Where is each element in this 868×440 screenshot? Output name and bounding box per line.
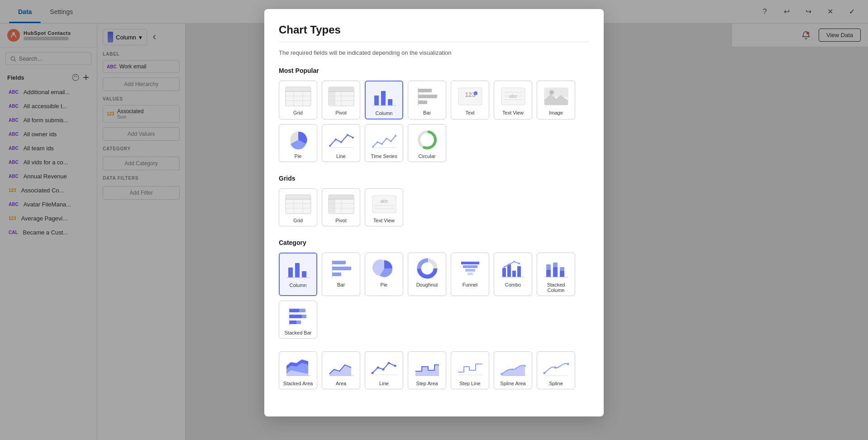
chart-item-pivot[interactable]: Pivot xyxy=(322,81,360,120)
svg-point-54 xyxy=(386,138,387,139)
svg-point-49 xyxy=(352,137,354,139)
svg-point-126 xyxy=(511,368,513,370)
svg-point-55 xyxy=(390,140,392,142)
chart-label: Pie xyxy=(381,282,388,287)
svg-point-129 xyxy=(543,372,545,374)
svg-rect-112 xyxy=(289,320,296,324)
svg-point-51 xyxy=(372,146,374,148)
chart-types-modal: Chart Types The required fields will be … xyxy=(264,9,604,416)
chart-item-funnel[interactable]: Funnel xyxy=(451,253,489,296)
chart-item-image[interactable]: Image xyxy=(537,81,575,120)
svg-rect-108 xyxy=(289,309,299,312)
chart-item-line[interactable]: Line xyxy=(322,124,360,162)
svg-rect-101 xyxy=(546,270,551,277)
svg-text:•: • xyxy=(475,92,476,95)
chart-label: Spline Area xyxy=(500,381,525,386)
svg-rect-109 xyxy=(299,309,305,312)
svg-point-97 xyxy=(508,263,510,265)
chart-label: Stacked Column xyxy=(539,282,573,293)
chart-item-grid[interactable]: Grid xyxy=(279,81,317,120)
chart-label: Spline xyxy=(549,381,563,386)
chart-item-splinearea[interactable]: Spline Area xyxy=(494,351,532,389)
svg-rect-18 xyxy=(329,91,335,105)
chart-label: Bar xyxy=(337,282,345,287)
chart-label: Line xyxy=(379,381,389,386)
svg-rect-86 xyxy=(332,273,341,276)
chart-label: Text xyxy=(465,110,474,115)
svg-rect-42 xyxy=(544,88,568,97)
chart-label: Doughnut xyxy=(416,282,438,287)
svg-rect-105 xyxy=(560,271,564,277)
svg-rect-69 xyxy=(341,195,353,199)
chart-label: Text View xyxy=(502,110,524,115)
chart-item-line2[interactable]: Line xyxy=(365,351,403,389)
chart-item-grid2[interactable]: Grid xyxy=(279,188,317,226)
svg-rect-85 xyxy=(332,267,351,270)
chart-item-doughnut[interactable]: Doughnut xyxy=(408,253,446,296)
svg-rect-66 xyxy=(286,195,311,199)
chart-label: Combo xyxy=(505,282,521,287)
svg-rect-30 xyxy=(418,100,427,104)
category-grid: Column Bar xyxy=(279,253,589,339)
svg-rect-25 xyxy=(381,91,386,105)
modal-overlay: Chart Types The required fields will be … xyxy=(0,0,868,440)
svg-point-96 xyxy=(503,266,505,268)
chart-label: Funnel xyxy=(463,282,478,287)
chart-item-stepline[interactable]: Step Line xyxy=(451,351,489,389)
chart-label: Time Series xyxy=(371,153,397,159)
chart-item-pie[interactable]: Pie xyxy=(279,124,317,162)
svg-point-52 xyxy=(377,141,378,143)
svg-rect-92 xyxy=(502,268,506,277)
chart-item-area[interactable]: Area xyxy=(322,351,360,389)
svg-point-45 xyxy=(329,145,331,147)
svg-point-131 xyxy=(567,363,569,365)
svg-rect-26 xyxy=(388,99,392,105)
chart-label: Grid xyxy=(293,218,303,223)
chart-item-text[interactable]: 123 • Text xyxy=(451,81,489,120)
svg-rect-70 xyxy=(329,199,335,213)
svg-point-117 xyxy=(371,372,373,374)
chart-item-steparea[interactable]: Step Area xyxy=(408,351,446,389)
chart-item-circular[interactable]: Circular xyxy=(408,124,446,162)
svg-point-127 xyxy=(524,365,526,367)
chart-item-column2[interactable]: Column xyxy=(279,253,317,296)
svg-rect-102 xyxy=(546,264,551,270)
chart-item-textview2[interactable]: abc Text View xyxy=(365,188,403,226)
chart-item-column[interactable]: Column xyxy=(365,81,403,120)
grids-grid: Grid Pivot xyxy=(279,188,589,226)
chart-item-pie2[interactable]: Pie xyxy=(365,253,403,296)
modal-title: Chart Types xyxy=(279,24,589,36)
chart-label: Pie xyxy=(295,153,302,159)
svg-rect-28 xyxy=(418,89,432,92)
svg-point-56 xyxy=(395,135,396,137)
chart-item-spline[interactable]: Spline xyxy=(537,351,575,389)
chart-item-bar2[interactable]: Bar xyxy=(322,253,360,296)
svg-rect-106 xyxy=(560,267,564,271)
chart-label: Pivot xyxy=(335,110,346,115)
chart-item-bar[interactable]: Bar xyxy=(408,81,446,120)
svg-rect-80 xyxy=(288,268,293,277)
modal-divider xyxy=(279,42,589,42)
chart-label: Bar xyxy=(423,110,431,115)
chart-item-stackedbar[interactable]: Stacked Bar xyxy=(279,301,317,339)
chart-item-stackedarea[interactable]: Stacked Area xyxy=(279,351,317,389)
chart-label: Grid xyxy=(293,110,303,115)
chart-item-textview[interactable]: abc Text View xyxy=(494,81,532,120)
chart-item-timeseries[interactable]: Time Series xyxy=(365,124,403,162)
chart-item-pivot2[interactable]: Pivot xyxy=(322,188,360,226)
svg-point-125 xyxy=(501,373,502,375)
svg-point-48 xyxy=(347,134,348,136)
svg-rect-16 xyxy=(329,87,341,91)
svg-rect-14 xyxy=(286,87,311,91)
svg-rect-29 xyxy=(418,95,437,98)
chart-label: Step Line xyxy=(459,381,480,386)
svg-rect-113 xyxy=(296,320,301,324)
chart-label: Line xyxy=(336,153,346,159)
svg-rect-103 xyxy=(553,267,558,277)
chart-label: Column xyxy=(376,110,393,116)
svg-point-119 xyxy=(382,368,384,371)
svg-rect-84 xyxy=(332,261,346,264)
chart-item-combo[interactable]: Combo xyxy=(494,253,532,296)
svg-rect-82 xyxy=(302,271,306,277)
chart-item-stackedcolumn[interactable]: Stacked Column xyxy=(537,253,575,296)
